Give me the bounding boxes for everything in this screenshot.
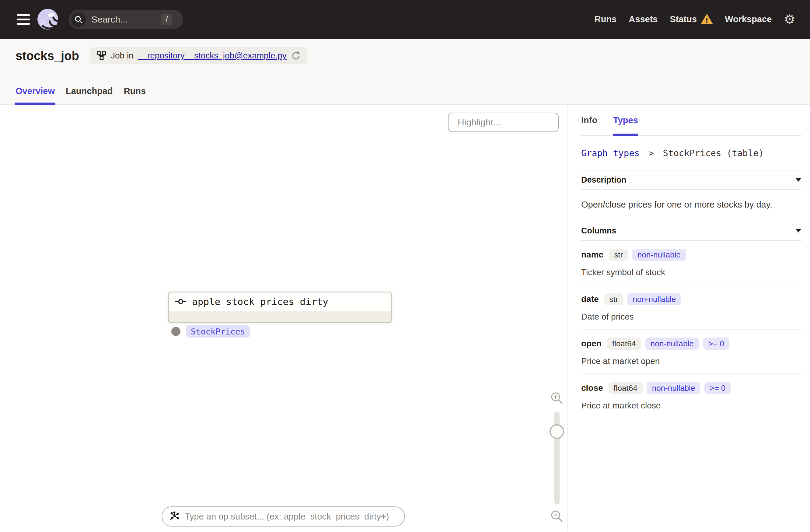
dagster-logo-icon[interactable]	[36, 8, 60, 31]
global-search: /	[69, 10, 183, 29]
column-description: Ticker symbol of stock	[581, 268, 801, 277]
op-subset-filter	[162, 506, 405, 527]
op-node-label: apple_stock_prices_dirty	[192, 296, 328, 307]
job-context-prefix: Job in	[111, 51, 133, 61]
highlight-input[interactable]	[458, 117, 575, 128]
op-icon	[175, 298, 187, 305]
breadcrumb-current: StockPrices (table)	[663, 148, 764, 158]
breadcrumb-graph-types-link[interactable]: Graph types	[581, 148, 639, 158]
column-constraint-badge: non-nullable	[628, 293, 681, 305]
dagster-app: / Runs Assets Status Workspace ⚙ stocks_…	[0, 0, 810, 532]
column-row-open: open float64 non-nullable >= 0 Price at …	[581, 329, 801, 374]
column-constraint-badge: >= 0	[703, 338, 729, 350]
nav-item-status[interactable]: Status	[670, 14, 713, 25]
job-repository-link[interactable]: __repository__stocks_job@example.py	[138, 51, 287, 61]
breadcrumb: Graph types > StockPrices (table)	[581, 136, 801, 170]
column-row-close: close float64 non-nullable >= 0 Price at…	[581, 374, 801, 418]
tab-info[interactable]: Info	[581, 115, 597, 135]
column-name: name	[581, 250, 603, 260]
description-section-header[interactable]: Description	[581, 170, 801, 190]
description-text: Open/close prices for one or more stocks…	[581, 190, 801, 221]
highlight-search	[448, 113, 559, 132]
columns-title: Columns	[581, 226, 616, 236]
op-node-apple-stock-prices-dirty[interactable]: apple_stock_prices_dirty	[168, 292, 392, 323]
zoom-out-icon[interactable]	[550, 510, 564, 523]
op-output-type-badge[interactable]: StockPrices	[186, 325, 250, 338]
column-type-badge: float64	[607, 338, 641, 350]
column-constraint-badge: >= 0	[704, 382, 731, 394]
chevron-down-icon	[795, 229, 801, 232]
nav-item-assets[interactable]: Assets	[629, 14, 658, 25]
nav-item-workspace[interactable]: Workspace	[725, 14, 772, 25]
top-nav: / Runs Assets Status Workspace ⚙	[0, 0, 810, 39]
job-graph-icon	[97, 51, 107, 61]
column-name: date	[581, 294, 599, 304]
column-row-date: date str non-nullable Date of prices	[581, 285, 801, 329]
columns-section-header[interactable]: Columns	[581, 221, 801, 241]
sidebar-tabs: Info Types	[581, 105, 801, 136]
column-type-badge: str	[604, 293, 623, 305]
gear-icon[interactable]: ⚙	[784, 13, 795, 26]
slash-shortcut-key: /	[161, 14, 172, 25]
column-row-name: name str non-nullable Ticker symbol of s…	[581, 241, 801, 285]
search-input[interactable]	[91, 14, 158, 25]
column-description: Date of prices	[581, 312, 801, 322]
op-graph-canvas[interactable]: apple_stock_prices_dirty StockPrices	[0, 105, 567, 532]
column-type-badge: float64	[609, 382, 643, 394]
nav-item-runs[interactable]: Runs	[595, 14, 617, 25]
tab-runs[interactable]: Runs	[124, 83, 146, 104]
tab-types[interactable]: Types	[613, 115, 638, 135]
job-tabs: Overview Launchpad Runs	[16, 83, 146, 104]
column-description: Price at market open	[581, 356, 801, 366]
column-constraint-badge: non-nullable	[632, 249, 686, 261]
column-name: open	[581, 339, 602, 349]
page-title: stocks_job	[16, 49, 79, 63]
column-constraint-badge: non-nullable	[645, 338, 699, 350]
type-sidebar: Info Types Graph types > StockPrices (ta…	[567, 105, 810, 532]
description-title: Description	[581, 175, 627, 185]
zoom-in-icon[interactable]	[550, 391, 564, 405]
column-name: close	[581, 383, 603, 393]
search-icon	[71, 12, 86, 27]
column-description: Price at market close	[581, 401, 801, 410]
op-subset-input[interactable]	[185, 512, 398, 522]
menu-icon[interactable]	[17, 14, 30, 25]
breadcrumb-separator: >	[649, 148, 654, 158]
op-selector-icon	[169, 511, 180, 522]
column-type-badge: str	[609, 249, 628, 261]
tab-overview[interactable]: Overview	[16, 83, 55, 104]
warning-icon	[701, 14, 713, 25]
zoom-slider-knob[interactable]	[550, 424, 564, 439]
column-constraint-badge: non-nullable	[647, 382, 700, 394]
chevron-down-icon	[795, 178, 801, 182]
job-context-pill: Job in __repository__stocks_job@example.…	[90, 47, 307, 64]
page-header: stocks_job Job in __repository__stocks_j…	[0, 39, 810, 105]
reload-icon[interactable]	[291, 51, 301, 61]
tab-launchpad[interactable]: Launchpad	[66, 83, 113, 104]
nav-links: Runs Assets Status Workspace ⚙	[595, 13, 810, 26]
op-output-port	[171, 327, 180, 336]
